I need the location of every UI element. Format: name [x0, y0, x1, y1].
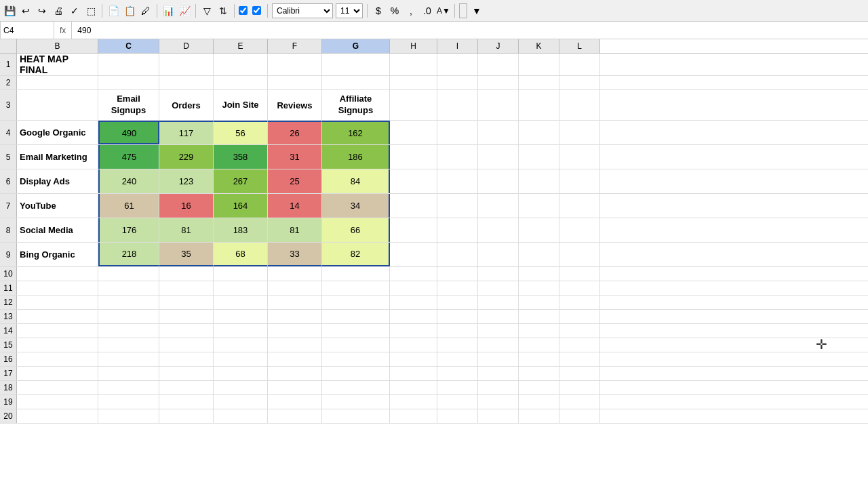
comma-icon[interactable]: , — [404, 4, 418, 18]
cell-D18[interactable] — [159, 381, 214, 394]
cell-j4[interactable] — [478, 121, 519, 144]
cell-b7[interactable]: YouTube — [17, 194, 98, 218]
undo-icon[interactable]: ↩ — [19, 4, 33, 18]
cell-H16[interactable] — [390, 352, 437, 366]
cell-K19[interactable] — [519, 395, 559, 409]
cell-K12[interactable] — [519, 296, 559, 309]
cell-i4[interactable] — [437, 121, 478, 144]
cell-L16[interactable] — [559, 352, 600, 366]
cell-d1[interactable] — [159, 54, 214, 75]
cell-H11[interactable] — [390, 281, 437, 295]
cell-d9[interactable]: 35 — [159, 243, 214, 266]
cell-L20[interactable] — [559, 409, 600, 423]
cell-K14[interactable] — [519, 324, 559, 338]
cell-H15[interactable] — [390, 338, 437, 352]
cell-F20[interactable] — [268, 409, 322, 423]
cell-l5[interactable] — [559, 145, 600, 169]
cell-G12[interactable] — [322, 296, 390, 309]
currency-icon[interactable]: $ — [372, 4, 385, 18]
cell-k9[interactable] — [519, 243, 559, 266]
cell-l1[interactable] — [559, 54, 600, 75]
cell-K13[interactable] — [519, 310, 559, 323]
cell-h3[interactable] — [390, 90, 437, 120]
cell-e2[interactable] — [214, 76, 268, 89]
cell-B17[interactable] — [17, 367, 98, 380]
col-header-k[interactable]: K — [519, 39, 559, 53]
cell-B15[interactable] — [17, 338, 98, 352]
cell-J11[interactable] — [478, 281, 519, 295]
cell-B20[interactable] — [17, 409, 98, 423]
redo-icon[interactable]: ↪ — [35, 4, 49, 18]
cell-g9[interactable]: 82 — [322, 243, 390, 266]
cell-c6[interactable]: 240 — [98, 169, 159, 193]
cell-d7[interactable]: 16 — [159, 194, 214, 218]
cell-D19[interactable] — [159, 395, 214, 409]
cell-g1[interactable] — [322, 54, 390, 75]
cell-b8[interactable]: Social Media — [17, 218, 98, 242]
cell-l3[interactable] — [559, 90, 600, 120]
cell-i5[interactable] — [437, 145, 478, 169]
cell-f3-reviews[interactable]: Reviews — [268, 90, 322, 120]
cell-E10[interactable] — [214, 267, 268, 281]
col-header-h[interactable]: H — [390, 39, 437, 53]
cell-C12[interactable] — [98, 296, 159, 309]
cell-d5[interactable]: 229 — [159, 145, 214, 169]
cell-L12[interactable] — [559, 296, 600, 309]
col-header-f[interactable]: F — [268, 39, 322, 53]
cell-J13[interactable] — [478, 310, 519, 323]
cell-K10[interactable] — [519, 267, 559, 281]
cell-j7[interactable] — [478, 194, 519, 218]
cell-c1[interactable] — [98, 54, 159, 75]
cell-E18[interactable] — [214, 381, 268, 394]
cell-j9[interactable] — [478, 243, 519, 266]
cell-K20[interactable] — [519, 409, 559, 423]
save-icon[interactable]: 💾 — [3, 4, 16, 18]
cell-G19[interactable] — [322, 395, 390, 409]
cell-B19[interactable] — [17, 395, 98, 409]
more-icon[interactable]: ▼ — [470, 4, 484, 18]
cell-D15[interactable] — [159, 338, 214, 352]
cell-E11[interactable] — [214, 281, 268, 295]
cell-C16[interactable] — [98, 352, 159, 366]
cell-j2[interactable] — [478, 76, 519, 89]
cell-d8[interactable]: 81 — [159, 218, 214, 242]
cell-L14[interactable] — [559, 324, 600, 338]
cell-e7[interactable]: 164 — [214, 194, 268, 218]
cell-H18[interactable] — [390, 381, 437, 394]
cell-d2[interactable] — [159, 76, 214, 89]
cell-e1[interactable] — [214, 54, 268, 75]
cell-L18[interactable] — [559, 381, 600, 394]
cell-G16[interactable] — [322, 352, 390, 366]
cell-c4[interactable]: 490 — [98, 121, 159, 144]
cell-B12[interactable] — [17, 296, 98, 309]
cell-H14[interactable] — [390, 324, 437, 338]
cell-H10[interactable] — [390, 267, 437, 281]
cell-F16[interactable] — [268, 352, 322, 366]
cell-l2[interactable] — [559, 76, 600, 89]
cell-B11[interactable] — [17, 281, 98, 295]
cell-J16[interactable] — [478, 352, 519, 366]
cell-f7[interactable]: 14 — [268, 194, 322, 218]
cell-k4[interactable] — [519, 121, 559, 144]
cell-f4[interactable]: 26 — [268, 121, 322, 144]
cell-C18[interactable] — [98, 381, 159, 394]
cell-k8[interactable] — [519, 218, 559, 242]
cell-l6[interactable] — [559, 169, 600, 193]
cell-J12[interactable] — [478, 296, 519, 309]
col-header-l[interactable]: L — [559, 39, 600, 53]
cell-G11[interactable] — [322, 281, 390, 295]
cell-K18[interactable] — [519, 381, 559, 394]
cell-g4[interactable]: 162 — [322, 121, 390, 144]
cell-b5[interactable]: Email Marketing — [17, 145, 98, 169]
cell-g8[interactable]: 66 — [322, 218, 390, 242]
cell-D17[interactable] — [159, 367, 214, 380]
cell-C10[interactable] — [98, 267, 159, 281]
cell-I14[interactable] — [437, 324, 478, 338]
chart-line-icon[interactable]: 📈 — [178, 4, 191, 18]
cell-C15[interactable] — [98, 338, 159, 352]
cell-L19[interactable] — [559, 395, 600, 409]
cell-g3-affiliate-signups[interactable]: Affiliate Signups — [322, 90, 390, 120]
cell-J18[interactable] — [478, 381, 519, 394]
formula-value[interactable]: 490 — [72, 24, 96, 37]
font-selector[interactable]: Calibri — [272, 3, 333, 18]
